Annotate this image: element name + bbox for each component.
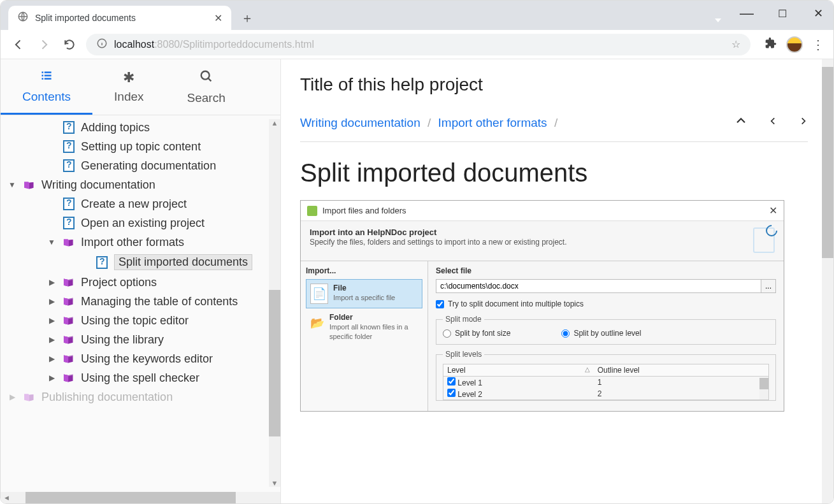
tree-item[interactable]: Split imported documents — [1, 252, 280, 273]
tab-title: Split imported documents — [35, 13, 136, 23]
tree-item[interactable]: Setting up topic content — [1, 137, 280, 156]
book-open-icon — [62, 235, 76, 249]
maximize-icon[interactable]: ☐ — [771, 8, 794, 20]
tab-search-label: Search — [187, 91, 226, 104]
tab-index-label: Index — [114, 90, 143, 103]
main-vertical-scrollbar[interactable] — [822, 59, 833, 503]
try-split-checkbox[interactable]: Try to split document into multiple topi… — [436, 299, 776, 308]
import-option-folder[interactable]: 📂 FolderImport all known files in a spec… — [306, 308, 422, 345]
page-heading: Split imported documents — [300, 159, 808, 187]
file-icon: 📄 — [310, 284, 328, 304]
reload-button[interactable] — [61, 36, 78, 54]
expand-icon[interactable]: ▼ — [47, 238, 57, 247]
tree-item-label: Project options — [81, 276, 157, 289]
tree-item[interactable]: Create a new project — [1, 194, 280, 213]
tab-search[interactable]: Search — [166, 59, 247, 115]
radio-split-outline[interactable]: Split by outline level — [561, 329, 641, 338]
forward-button[interactable] — [35, 36, 53, 54]
tree-item[interactable]: Open an existing project — [1, 213, 280, 233]
tree-item-label: Adding topics — [81, 121, 150, 134]
import-section-label: Import... — [306, 266, 422, 275]
tree-item-label: Open an existing project — [81, 217, 205, 230]
search-icon — [187, 69, 226, 87]
levels-table[interactable]: Level △Outline level Level 11 Level 22 — [443, 364, 769, 400]
nav-next-icon[interactable] — [799, 115, 808, 130]
tree-vertical-scrollbar[interactable]: ▲▼ — [269, 119, 280, 487]
dialog-head-desc: Specify the files, folders and settings … — [310, 238, 567, 247]
svg-rect-4 — [42, 75, 44, 76]
tree-item[interactable]: ▶Project options — [1, 273, 280, 292]
tree-item-label: Writing documentation — [41, 178, 155, 192]
svg-rect-3 — [45, 71, 52, 73]
expand-icon[interactable]: ▼ — [7, 180, 17, 189]
help-page-icon — [62, 140, 76, 154]
expand-icon[interactable]: ▶ — [47, 373, 57, 382]
list-icon — [22, 69, 71, 86]
expand-icon[interactable]: ▶ — [47, 354, 57, 363]
tree-item[interactable]: ▶Using the library — [1, 330, 280, 349]
tab-contents-label: Contents — [22, 90, 71, 103]
radio-split-font[interactable]: Split by font size — [443, 329, 510, 338]
kebab-menu-icon[interactable]: ⋮ — [812, 37, 824, 52]
expand-icon[interactable]: ▶ — [47, 316, 57, 325]
book-closed-icon — [62, 313, 76, 328]
dialog-head-title: Import into an HelpNDoc project — [310, 227, 436, 237]
close-window-icon[interactable]: ✕ — [807, 6, 830, 20]
bookmark-star-icon[interactable]: ☆ — [731, 38, 740, 50]
extensions-icon[interactable] — [765, 37, 777, 52]
levels-scrollbar[interactable] — [759, 378, 768, 400]
back-button[interactable] — [10, 36, 27, 54]
tree-item[interactable]: ▶Using the spell checker — [1, 368, 280, 387]
tab-index[interactable]: ✱ Index — [92, 59, 165, 115]
minimize-icon[interactable]: — — [735, 5, 758, 22]
url-host: localhost — [114, 39, 154, 50]
breadcrumb-link[interactable]: Writing documentation — [300, 116, 421, 129]
asterisk-icon: ✱ — [114, 69, 143, 86]
expand-icon[interactable]: ▶ — [7, 392, 17, 401]
breadcrumbs: Writing documentation / Import other for… — [300, 116, 561, 130]
split-mode-fieldset: Split mode Split by font size Split by o… — [436, 315, 776, 345]
help-page-icon — [62, 120, 76, 134]
tab-contents[interactable]: Contents — [1, 59, 92, 115]
breadcrumb-link[interactable]: Import other formats — [438, 116, 547, 129]
toc-tree[interactable]: Adding topicsSetting up topic contentGen… — [1, 115, 280, 492]
dialog-close-icon[interactable]: ✕ — [769, 205, 777, 217]
book-open-icon — [22, 390, 36, 404]
nav-up-icon[interactable] — [735, 115, 747, 130]
file-path-input[interactable] — [436, 279, 761, 293]
import-option-file[interactable]: 📄 FileImport a specific file — [306, 279, 422, 308]
expand-icon[interactable]: ▶ — [47, 297, 57, 306]
book-closed-icon — [62, 275, 76, 289]
expand-icon[interactable]: ▶ — [47, 278, 57, 287]
import-dialog: Import files and folders ✕ Import into a… — [300, 200, 784, 412]
tree-item[interactable]: ▼Import other formats — [1, 233, 280, 252]
profile-avatar-icon[interactable] — [786, 36, 803, 53]
tree-item[interactable]: ▶Using the keywords editor — [1, 349, 280, 368]
new-tab-button[interactable]: ＋ — [238, 8, 257, 27]
folder-icon: 📂 — [310, 313, 324, 333]
svg-rect-6 — [42, 78, 44, 80]
omnibox[interactable]: localhost:8080/Splitimporteddocuments.ht… — [86, 34, 751, 55]
book-open-icon — [22, 178, 36, 192]
nav-prev-icon[interactable] — [768, 115, 777, 130]
browse-button[interactable]: ... — [761, 279, 776, 293]
tree-item-label: Create a new project — [81, 198, 187, 211]
import-doc-icon — [753, 227, 775, 253]
tree-item[interactable]: ▶Publishing documentation — [1, 387, 280, 407]
tree-item[interactable]: Adding topics — [1, 118, 280, 137]
tree-item-label: Split imported documents — [114, 254, 252, 270]
svg-point-8 — [201, 71, 209, 80]
tree-item-label: Setting up topic content — [81, 140, 201, 154]
close-tab-icon[interactable]: ✕ — [214, 12, 222, 24]
tree-horizontal-scrollbar[interactable]: ◄ — [1, 492, 280, 503]
tree-item[interactable]: ▶Using the topic editor — [1, 311, 280, 330]
tree-item[interactable]: ▼Writing documentation — [1, 175, 280, 194]
tree-item-label: Publishing documentation — [41, 391, 173, 404]
tree-item[interactable]: ▶Managing the table of contents — [1, 292, 280, 311]
expand-icon[interactable]: ▶ — [47, 335, 57, 344]
browser-tab[interactable]: Split imported documents ✕ — [8, 6, 231, 30]
globe-icon — [17, 11, 29, 25]
project-title: Title of this help project — [300, 59, 808, 115]
tree-item[interactable]: Generating documentation — [1, 156, 280, 175]
split-levels-fieldset: Split levels Level △Outline level Level … — [436, 350, 776, 401]
